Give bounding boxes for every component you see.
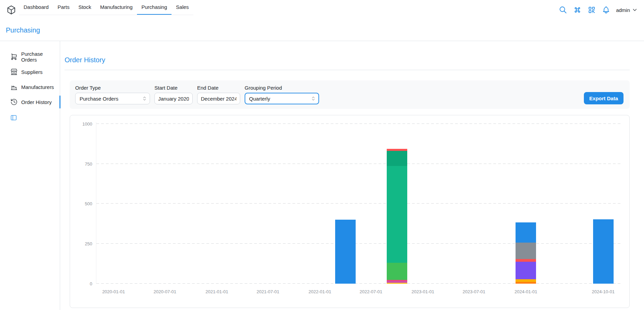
- main-content: Order History Order Type Purchase Orders…: [60, 41, 644, 310]
- grouping-period-value: Quarterly: [249, 96, 270, 102]
- building-store-icon: [10, 68, 18, 76]
- bar-segment: [516, 222, 536, 243]
- gridline: [96, 283, 620, 284]
- gridline: [96, 124, 620, 124]
- chevron-down-icon: [632, 7, 638, 13]
- building-factory-icon: [10, 83, 18, 91]
- x-tick-label: 2023-07-01: [463, 289, 485, 294]
- page-layout: Purchase Orders Suppliers Manufacturer: [0, 41, 644, 310]
- history-icon: [10, 98, 18, 106]
- top-navbar: Dashboard Parts Stock Manufacturing Purc…: [0, 0, 644, 20]
- start-date-label: Start Date: [154, 85, 193, 91]
- y-tick-label: 1000: [82, 121, 92, 126]
- start-date-field: Start Date: [154, 85, 193, 104]
- user-menu[interactable]: admin: [616, 7, 638, 13]
- notifications-bell-icon[interactable]: [602, 5, 611, 14]
- sidebar-item-manufacturers[interactable]: Manufacturers: [0, 79, 60, 94]
- sidebar-item-label: Manufacturers: [21, 84, 54, 90]
- chart-plot: 025050075010002020-01-012020-07-012021-0…: [96, 122, 620, 284]
- main-tabs: Dashboard Parts Stock Manufacturing Purc…: [19, 0, 193, 15]
- bar-segment: [387, 166, 407, 263]
- sidebar-toggle-icon[interactable]: [10, 114, 17, 121]
- x-tick-label: 2023-01-01: [412, 289, 435, 294]
- order-type-label: Order Type: [75, 85, 150, 91]
- chevron-up-down-icon: [141, 95, 148, 102]
- y-tick-label: 0: [90, 281, 92, 286]
- grouping-period-select[interactable]: Quarterly: [245, 93, 319, 104]
- sidebar-item-suppliers[interactable]: Suppliers: [0, 64, 60, 79]
- bar-segment: [516, 259, 536, 262]
- sidebar-item-order-history[interactable]: Order History: [0, 94, 60, 109]
- y-tick-label: 750: [85, 161, 92, 166]
- grouping-period-field: Grouping Period Quarterly: [245, 85, 319, 104]
- bar-segment: [335, 220, 356, 284]
- order-type-select[interactable]: Purchase Orders: [75, 93, 150, 104]
- section-heading: Order History: [65, 56, 630, 64]
- export-data-button[interactable]: Export Data: [584, 92, 624, 104]
- tab-parts[interactable]: Parts: [53, 0, 74, 15]
- x-tick-label: 2024-01-01: [515, 289, 537, 294]
- chart-bar-2024-01-01[interactable]: [516, 122, 536, 284]
- chart-bar-2024-10-01[interactable]: [593, 122, 614, 284]
- y-tick-label: 500: [85, 201, 92, 206]
- x-tick-label: 2024-10-01: [592, 289, 615, 294]
- bar-segment: [516, 262, 536, 279]
- end-date-input[interactable]: [197, 93, 240, 104]
- username-label: admin: [616, 7, 630, 13]
- y-tick-label: 250: [85, 241, 92, 246]
- bar-segment: [516, 282, 536, 284]
- sidebar-item-label: Purchase Orders: [21, 51, 60, 63]
- x-tick-label: 2020-07-01: [153, 289, 176, 294]
- order-type-field: Order Type Purchase Orders: [75, 85, 150, 104]
- heading-divider: [65, 70, 630, 70]
- end-date-label: End Date: [197, 85, 240, 91]
- x-tick-label: 2022-01-01: [309, 289, 331, 294]
- tab-stock[interactable]: Stock: [74, 0, 96, 15]
- bar-segment: [516, 243, 536, 259]
- gridline: [96, 243, 620, 244]
- chevron-up-down-icon: [310, 95, 316, 102]
- sidebar-item-label: Order History: [21, 99, 52, 105]
- sidebar-item-label: Suppliers: [21, 69, 43, 75]
- app-logo-icon[interactable]: [6, 5, 16, 15]
- navbar-actions: admin: [559, 5, 638, 14]
- tab-dashboard[interactable]: Dashboard: [19, 0, 53, 15]
- x-tick-label: 2021-07-01: [257, 289, 279, 294]
- barcode-scan-icon[interactable]: [587, 5, 596, 14]
- bar-segment: [593, 219, 614, 284]
- command-palette-icon[interactable]: [573, 5, 582, 14]
- x-tick-label: 2020-01-01: [102, 289, 125, 294]
- x-tick-label: 2021-01-01: [205, 289, 228, 294]
- x-tick-label: 2022-07-01: [360, 289, 383, 294]
- sidebar: Purchase Orders Suppliers Manufacturer: [0, 41, 60, 310]
- grouping-period-label: Grouping Period: [245, 85, 319, 91]
- search-icon[interactable]: [559, 5, 567, 14]
- tab-manufacturing[interactable]: Manufacturing: [96, 0, 137, 15]
- bar-segment: [387, 283, 407, 284]
- tab-sales[interactable]: Sales: [172, 0, 193, 15]
- chart-panel: 025050075010002020-01-012020-07-012021-0…: [70, 115, 630, 308]
- page-header: Purchasing: [0, 20, 644, 41]
- bar-segment: [516, 279, 536, 282]
- page-title: Purchasing: [6, 26, 40, 34]
- chart-bar-2022-10-01[interactable]: [387, 122, 407, 284]
- tab-purchasing[interactable]: Purchasing: [137, 0, 172, 15]
- start-date-input[interactable]: [154, 93, 193, 104]
- end-date-field: End Date: [197, 85, 240, 104]
- order-type-value: Purchase Orders: [80, 96, 118, 102]
- shopping-cart-icon: [10, 53, 18, 61]
- sidebar-item-purchase-orders[interactable]: Purchase Orders: [0, 49, 60, 64]
- gridline: [96, 203, 620, 204]
- filter-panel: Order Type Purchase Orders Start Date En…: [70, 80, 630, 109]
- chart-bar-2022-04-01[interactable]: [335, 122, 356, 284]
- bar-segment: [387, 151, 407, 166]
- bar-segment: [387, 263, 407, 280]
- gridline: [96, 164, 620, 164]
